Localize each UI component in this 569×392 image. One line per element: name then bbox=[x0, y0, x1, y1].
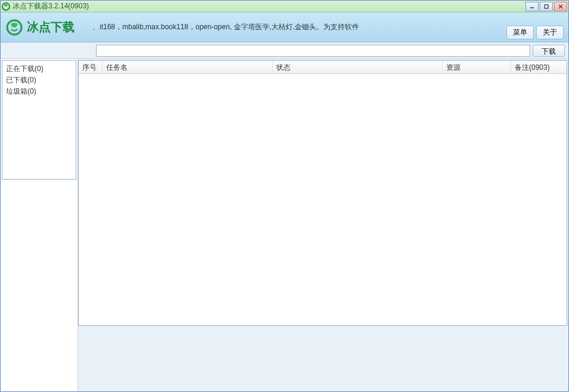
maximize-button[interactable] bbox=[540, 2, 553, 11]
header: 冰点下载 、it168，mbalib,max.book118，open-open… bbox=[1, 13, 568, 42]
sidebar-item-downloading[interactable]: 正在下载(0) bbox=[5, 63, 73, 75]
about-button[interactable]: 关于 bbox=[536, 26, 564, 39]
logo: 冰点下载 bbox=[5, 18, 75, 36]
minimize-button[interactable] bbox=[525, 2, 539, 11]
titlebar: 冰点下载器3.2.14(0903) bbox=[1, 1, 568, 13]
table-header: 序号 任务名 状态 资源 备注(0903) bbox=[79, 61, 567, 74]
svg-rect-2 bbox=[545, 5, 548, 8]
close-button[interactable] bbox=[554, 2, 567, 11]
app-icon bbox=[2, 2, 10, 11]
content: 序号 任务名 状态 资源 备注(0903) bbox=[78, 59, 568, 391]
table-body bbox=[79, 74, 567, 325]
toolbar: 下载 bbox=[1, 42, 568, 59]
window-controls bbox=[525, 2, 567, 11]
column-note[interactable]: 备注(0903) bbox=[511, 61, 567, 73]
column-index[interactable]: 序号 bbox=[79, 61, 103, 73]
column-name[interactable]: 任务名 bbox=[103, 61, 273, 73]
url-input[interactable] bbox=[96, 45, 530, 57]
window-title: 冰点下载器3.2.14(0903) bbox=[13, 1, 525, 11]
column-resource[interactable]: 资源 bbox=[443, 61, 511, 73]
logo-icon bbox=[5, 18, 23, 36]
bottom-panel bbox=[78, 326, 567, 390]
sidebar-item-downloaded[interactable]: 已下载(0) bbox=[5, 75, 73, 86]
sidebar-item-trash[interactable]: 垃圾箱(0) bbox=[5, 86, 73, 97]
main: 正在下载(0) 已下载(0) 垃圾箱(0) 序号 任务名 状态 资源 备注(09… bbox=[1, 59, 568, 391]
menu-button[interactable]: 菜单 bbox=[506, 26, 534, 39]
marquee-text: 、it168，mbalib,max.book118，open-open, 金字塔… bbox=[92, 22, 564, 32]
sidebar-list: 正在下载(0) 已下载(0) 垃圾箱(0) bbox=[2, 60, 76, 180]
logo-text: 冰点下载 bbox=[27, 19, 75, 35]
task-table: 序号 任务名 状态 资源 备注(0903) bbox=[78, 60, 567, 326]
sidebar: 正在下载(0) 已下载(0) 垃圾箱(0) bbox=[1, 59, 78, 391]
download-button[interactable]: 下载 bbox=[533, 45, 565, 57]
column-status[interactable]: 状态 bbox=[273, 61, 443, 73]
